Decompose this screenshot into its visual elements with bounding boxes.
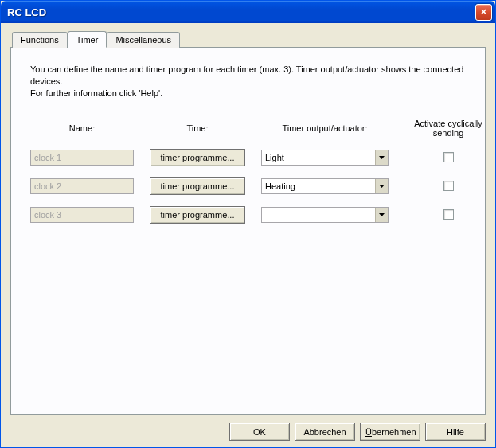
button-bar: OK Abbrechen Übernehmen Hilfe	[10, 415, 486, 441]
dropdown-value: Light	[265, 153, 284, 162]
activate-checkbox[interactable]	[443, 181, 454, 191]
timer-programme-button[interactable]: timer programme...	[150, 149, 245, 166]
timer-programme-button[interactable]: timer programme...	[150, 206, 245, 224]
svg-marker-2	[379, 213, 385, 216]
cancel-button[interactable]: Abbrechen	[295, 423, 355, 441]
activate-checkbox[interactable]	[443, 209, 454, 220]
tab-strip: Functions Timer Miscellaneous	[12, 31, 486, 47]
intro-text: You can define the name and timer progra…	[30, 64, 466, 99]
tab-miscellaneous[interactable]: Miscellaneous	[107, 32, 180, 48]
chevron-down-icon	[375, 150, 388, 165]
help-button[interactable]: Hilfe	[425, 423, 486, 441]
close-icon[interactable]: ×	[475, 4, 492, 21]
header-time: Time:	[186, 123, 208, 133]
name-field[interactable]	[30, 150, 134, 166]
svg-marker-1	[379, 185, 385, 188]
tab-timer[interactable]: Timer	[68, 31, 107, 48]
window-title: RC LCD	[7, 6, 46, 18]
chevron-down-icon	[375, 208, 388, 222]
chevron-down-icon	[375, 179, 388, 193]
timer-grid: Name: Time: Timer output/actuator: Activ…	[30, 119, 466, 224]
dialog-window: RC LCD × Functions Timer Miscellaneous Y…	[0, 0, 496, 448]
header-name: Name:	[69, 123, 95, 133]
header-activate: Activate cyclically sending	[404, 119, 492, 138]
header-output: Timer output/actuator:	[282, 123, 367, 133]
output-dropdown[interactable]: -----------	[261, 207, 389, 223]
dropdown-value: -----------	[265, 210, 297, 220]
output-dropdown[interactable]: Light	[261, 150, 389, 166]
name-field[interactable]	[30, 207, 134, 223]
ok-button[interactable]: OK	[229, 423, 290, 441]
apply-button[interactable]: Übernehmen	[360, 423, 420, 441]
intro-line1: You can define the name and timer progra…	[30, 64, 463, 86]
activate-checkbox[interactable]	[443, 152, 454, 162]
intro-line2: For further information click 'Help'.	[30, 88, 162, 98]
client-area: Functions Timer Miscellaneous You can de…	[1, 23, 495, 447]
svg-marker-0	[379, 156, 385, 159]
name-field[interactable]	[30, 178, 134, 194]
dropdown-value: Heating	[265, 181, 295, 191]
output-dropdown[interactable]: Heating	[261, 178, 389, 194]
titlebar: RC LCD ×	[1, 1, 495, 23]
tab-panel: You can define the name and timer progra…	[10, 47, 486, 415]
timer-programme-button[interactable]: timer programme...	[150, 177, 245, 195]
tab-functions[interactable]: Functions	[12, 32, 68, 48]
